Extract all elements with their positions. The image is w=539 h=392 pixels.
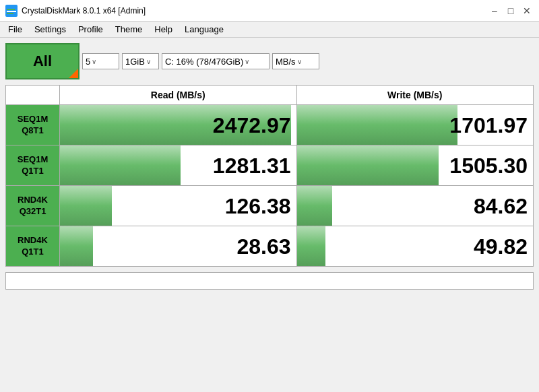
maximize-button[interactable]: □ <box>504 4 517 18</box>
svg-rect-3 <box>7 9 15 10</box>
read-header: Read (MB/s) <box>60 86 297 105</box>
read-value-2: 126.38 <box>225 193 291 218</box>
table-row: SEQ1MQ1T11281.311505.30 <box>6 145 534 186</box>
drive-arrow: ∨ <box>245 58 249 65</box>
write-bar-0 <box>297 105 457 145</box>
header-row: Read (MB/s) Write (MB/s) <box>6 86 534 105</box>
menu-item-theme[interactable]: Theme <box>110 23 148 36</box>
table-row: RND4KQ1T128.6349.82 <box>6 226 534 267</box>
read-bar-3 <box>60 226 93 266</box>
main-content: All 5 ∨ 1GiB ∨ C: 16% (78/476GiB) ∨ MB/s… <box>0 38 539 295</box>
count-select[interactable]: 5 ∨ <box>82 53 119 69</box>
table-row: SEQ1MQ8T12472.971701.97 <box>6 105 534 145</box>
write-cell-1: 1505.30 <box>296 145 534 186</box>
write-value-3: 49.82 <box>474 234 528 259</box>
count-arrow: ∨ <box>92 58 96 65</box>
menu-item-file[interactable]: File <box>3 23 28 36</box>
write-cell-2: 84.62 <box>296 186 534 226</box>
read-cell-2: 126.38 <box>60 186 297 226</box>
write-header: Write (MB/s) <box>296 86 534 105</box>
unit-select[interactable]: MB/s ∨ <box>272 53 319 69</box>
title-controls: – □ ✕ <box>488 4 534 18</box>
menu-item-help[interactable]: Help <box>149 23 178 36</box>
menu-bar: FileSettingsProfileThemeHelpLanguage <box>0 22 539 38</box>
write-cell-0: 1701.97 <box>296 105 534 145</box>
size-select[interactable]: 1GiB ∨ <box>122 53 159 69</box>
write-cell-3: 49.82 <box>296 226 534 267</box>
svg-rect-1 <box>7 11 16 12</box>
read-cell-1: 1281.31 <box>60 145 297 186</box>
svg-rect-2 <box>7 13 13 14</box>
unit-arrow: ∨ <box>297 58 302 65</box>
read-bar-2 <box>60 186 112 226</box>
title-bar: CrystalDiskMark 8.0.1 x64 [Admin] – □ ✕ <box>0 0 539 22</box>
row-label-1: SEQ1MQ1T1 <box>6 145 60 186</box>
window-title: CrystalDiskMark 8.0.1 x64 [Admin] <box>22 6 146 15</box>
row-label-3: RND4KQ1T1 <box>6 226 60 267</box>
minimize-button[interactable]: – <box>488 4 501 18</box>
read-cell-3: 28.63 <box>60 226 297 267</box>
write-value-0: 1701.97 <box>449 112 528 137</box>
row-label-2: RND4KQ32T1 <box>6 186 60 226</box>
write-bar-3 <box>297 226 325 266</box>
size-arrow: ∨ <box>146 58 151 65</box>
write-value-1: 1505.30 <box>449 153 528 178</box>
all-button[interactable]: All <box>5 43 80 79</box>
read-cell-0: 2472.97 <box>60 105 297 145</box>
write-value-2: 84.62 <box>474 193 528 218</box>
empty-header <box>6 86 60 105</box>
app-icon <box>5 5 18 17</box>
title-left: CrystalDiskMark 8.0.1 x64 [Admin] <box>5 5 146 17</box>
read-value-3: 28.63 <box>236 234 290 259</box>
controls-row: All 5 ∨ 1GiB ∨ C: 16% (78/476GiB) ∨ MB/s… <box>5 43 534 79</box>
status-bar <box>5 272 534 290</box>
menu-item-language[interactable]: Language <box>179 23 229 36</box>
read-bar-1 <box>60 145 181 185</box>
write-bar-2 <box>297 186 333 226</box>
read-value-0: 2472.97 <box>213 112 291 137</box>
write-bar-1 <box>297 145 439 185</box>
drive-select[interactable]: C: 16% (78/476GiB) ∨ <box>162 53 270 69</box>
close-button[interactable]: ✕ <box>520 4 534 18</box>
data-grid: Read (MB/s) Write (MB/s) SEQ1MQ8T12472.9… <box>5 85 534 267</box>
table-row: RND4KQ32T1126.3884.62 <box>6 186 534 226</box>
row-label-0: SEQ1MQ8T1 <box>6 105 60 145</box>
menu-item-profile[interactable]: Profile <box>73 23 108 36</box>
menu-item-settings[interactable]: Settings <box>29 23 71 36</box>
read-value-1: 1281.31 <box>213 153 291 178</box>
